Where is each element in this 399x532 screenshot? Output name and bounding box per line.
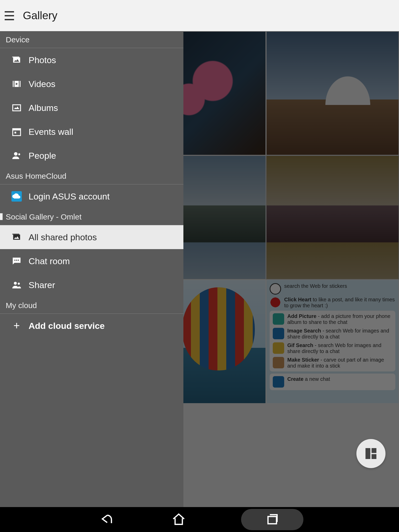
chat-icon: [11, 256, 22, 266]
home-button[interactable]: [168, 510, 189, 529]
drawer-item-label: Events wall: [29, 127, 73, 137]
drawer-item-label: People: [29, 151, 56, 161]
drawer-item-events-wall[interactable]: Events wall: [0, 120, 183, 144]
app-title: Gallery: [23, 9, 57, 22]
drawer-item-all-shared-photos[interactable]: All shared photos: [0, 225, 183, 249]
drawer-item-people[interactable]: People: [0, 144, 183, 168]
svg-point-8: [14, 282, 17, 285]
drawer-item-photos[interactable]: Photos: [0, 48, 183, 72]
drawer-item-add-cloud-service[interactable]: + Add cloud service: [0, 314, 183, 338]
svg-point-4: [18, 153, 20, 155]
drawer-item-label: All shared photos: [29, 232, 97, 242]
calendar-icon: [11, 127, 22, 137]
drawer-item-sharer[interactable]: Sharer: [0, 273, 183, 297]
albums-icon: [11, 103, 22, 113]
photos-icon: [11, 232, 22, 242]
drawer-item-albums[interactable]: Albums: [0, 96, 183, 120]
drawer-section-header: My cloud: [0, 297, 183, 314]
drawer-item-login-asus[interactable]: Login ASUS account: [0, 184, 183, 208]
people-icon: [11, 150, 22, 161]
svg-rect-10: [268, 516, 277, 524]
drawer-item-label: Add cloud service: [29, 321, 105, 331]
drawer-item-label: Albums: [29, 103, 58, 113]
plus-icon: +: [11, 321, 22, 331]
app-bar: Gallery: [0, 0, 399, 31]
svg-rect-2: [15, 132, 16, 134]
recents-button[interactable]: [241, 509, 303, 530]
svg-point-6: [16, 260, 17, 261]
layout-fab[interactable]: [356, 439, 385, 468]
svg-point-5: [14, 260, 16, 261]
navigation-drawer: Device Photos Videos Albums Events wall …: [0, 31, 183, 507]
drawer-item-label: Login ASUS account: [29, 191, 110, 202]
videos-icon: [11, 79, 22, 89]
svg-point-3: [14, 152, 17, 156]
drawer-section-header: Device: [0, 31, 183, 48]
drawer-item-videos[interactable]: Videos: [0, 72, 183, 96]
drawer-item-label: Chat room: [29, 256, 70, 266]
svg-point-9: [18, 283, 20, 285]
layout-icon: [364, 446, 378, 461]
drawer-item-label: Photos: [29, 55, 56, 65]
drawer-item-label: Videos: [29, 79, 55, 89]
cloud-login-icon: [11, 191, 22, 202]
system-nav-bar: [0, 507, 399, 532]
sharer-icon: [11, 280, 22, 290]
menu-icon[interactable]: [3, 8, 18, 23]
photos-icon: [11, 55, 22, 65]
drawer-section-header: Asus HomeCloud: [0, 168, 183, 184]
drawer-item-chat-room[interactable]: Chat room: [0, 249, 183, 273]
back-button[interactable]: [96, 510, 116, 529]
drawer-section-header: Social Gallery - Omlet: [0, 208, 183, 225]
home-icon: [171, 512, 186, 527]
drawer-item-label: Sharer: [29, 280, 55, 290]
back-icon: [99, 512, 113, 527]
svg-point-7: [18, 260, 19, 261]
recents-icon: [265, 512, 280, 527]
